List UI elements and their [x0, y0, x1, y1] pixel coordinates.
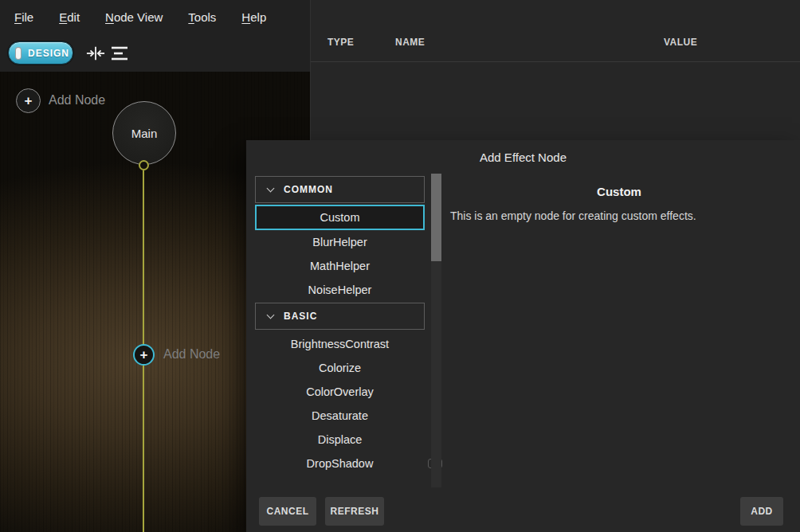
effect-item-displace[interactable]: Displace	[255, 428, 425, 452]
menu-help[interactable]: Help	[241, 10, 266, 24]
plus-icon: +	[25, 94, 33, 108]
effect-item-desaturate[interactable]: Desaturate	[255, 404, 425, 428]
effect-item-label: Colorize	[319, 362, 361, 374]
chevron-down-icon	[267, 184, 275, 192]
toolbar: DESIGN	[0, 33, 310, 72]
collapse-horizontal-icon[interactable]	[86, 44, 105, 63]
effect-item-blurhelper[interactable]: BlurHelper	[255, 230, 425, 254]
scrollbar-thumb[interactable]	[431, 174, 441, 261]
design-label: DESIGN	[28, 48, 69, 59]
section-label: BASIC	[284, 311, 317, 322]
effect-item-label: MathHelper	[310, 260, 370, 272]
effect-list: COMMONCustomBlurHelperMathHelperNoiseHel…	[255, 175, 425, 475]
menu-tools[interactable]: Tools	[188, 10, 216, 24]
list-lines-icon[interactable]	[110, 44, 129, 63]
effect-item-label: NoiseHelper	[308, 284, 372, 296]
main-node[interactable]: Main	[112, 101, 176, 165]
effect-details-title: Custom	[450, 185, 788, 198]
effect-item-brightnesscontrast[interactable]: BrightnessContrast	[255, 332, 425, 356]
column-header-name: NAME	[395, 37, 425, 48]
add-effect-node-dialog: Add Effect Node COMMONCustomBlurHelperMa…	[246, 140, 800, 532]
cancel-button[interactable]: CANCEL	[259, 497, 316, 526]
column-header-value: VALUE	[664, 37, 697, 48]
add-node-button-mid[interactable]: +	[133, 344, 155, 366]
section-label: COMMON	[284, 184, 333, 195]
column-header-type: TYPE	[327, 37, 354, 48]
menu-edit[interactable]: Edit	[59, 10, 80, 24]
menu-node-view[interactable]: Node View	[105, 10, 163, 24]
effect-item-coloroverlay[interactable]: ColorOverlay	[255, 380, 425, 404]
properties-header-row: TYPE NAME VALUE	[311, 0, 800, 62]
effect-item-label: Desaturate	[312, 409, 368, 422]
add-node-label-mid: Add Node	[163, 347, 220, 362]
effect-list-scrollbar[interactable]	[431, 174, 441, 487]
menu-bar: File Edit Node View Tools Help	[0, 0, 310, 33]
section-header-basic[interactable]: BASIC	[255, 303, 425, 330]
design-mode-toggle[interactable]: DESIGN	[8, 41, 73, 65]
plus-icon: +	[140, 348, 148, 362]
chevron-down-icon	[267, 311, 275, 319]
add-button[interactable]: ADD	[740, 497, 783, 526]
effect-item-label: Custom	[320, 211, 360, 224]
app-window: File Edit Node View Tools Help DESIGN	[0, 0, 800, 532]
effect-item-colorize[interactable]: Colorize	[255, 356, 425, 380]
section-header-common[interactable]: COMMON	[255, 176, 425, 203]
main-node-label: Main	[131, 127, 158, 140]
toggle-knob-icon	[15, 47, 22, 60]
effect-item-label: Displace	[318, 433, 363, 446]
effect-item-noisehelper[interactable]: NoiseHelper	[255, 278, 425, 302]
effect-item-label: BlurHelper	[312, 236, 367, 248]
dialog-title: Add Effect Node	[246, 151, 800, 164]
refresh-button[interactable]: REFRESH	[325, 497, 384, 526]
effect-details: Custom This is an empty node for creatin…	[450, 185, 788, 222]
effect-item-mathhelper[interactable]: MathHelper	[255, 254, 425, 278]
effect-item-custom[interactable]: Custom	[255, 205, 425, 230]
main-node-output-port[interactable]	[139, 160, 149, 170]
add-node-label-top: Add Node	[49, 93, 105, 108]
effect-details-description: This is an empty node for creating custo…	[450, 209, 788, 222]
effect-item-label: DropShadow	[307, 457, 374, 470]
effect-item-label: BrightnessContrast	[291, 338, 389, 350]
effect-item-label: ColorOverlay	[306, 385, 374, 398]
menu-file[interactable]: File	[14, 10, 33, 24]
add-node-button-top[interactable]: +	[16, 88, 41, 113]
effect-item-dropshadow[interactable]: DropShadow	[255, 452, 425, 475]
